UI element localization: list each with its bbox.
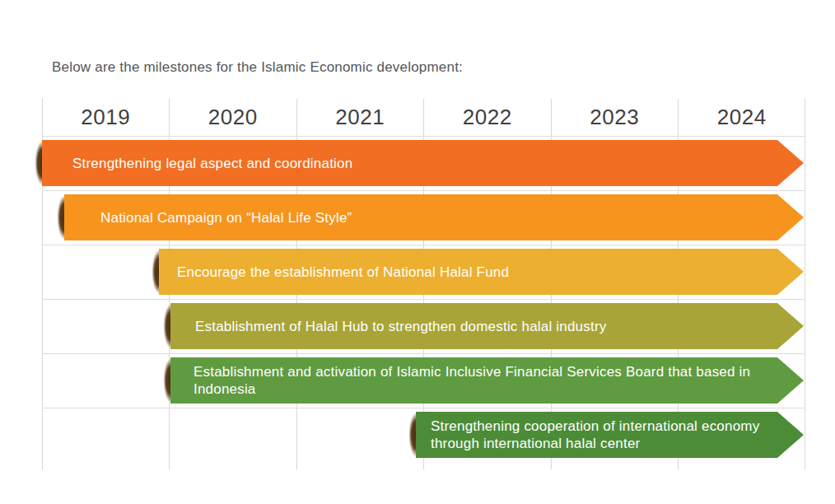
milestone-bar-5: Establishment and activation of Islamic … [170,357,804,404]
year-label-2022: 2022 [424,99,552,136]
milestone-row: Encourage the establishment of National … [42,245,805,299]
milestone-row: Strengthening legal aspect and coordinat… [42,136,805,190]
milestone-arrow: Establishment and activation of Islamic … [170,357,804,404]
milestone-label: Establishment of Halal Hub to strengthen… [170,318,606,335]
year-header-row: 2019 2020 2021 2022 2023 2024 [42,99,805,136]
milestone-label: National Campaign on “Halal Life Style” [64,209,352,226]
milestone-arrow: Strengthening legal aspect and coordinat… [42,140,804,186]
milestone-row: Strengthening cooperation of internation… [42,408,805,462]
milestone-bar-1: Strengthening legal aspect and coordinat… [42,140,804,186]
timeline-chart: 2019 2020 2021 2022 2023 2024 Strengthen… [42,99,805,471]
milestone-arrow: Establishment of Halal Hub to strengthen… [170,303,804,349]
milestone-label: Establishment and activation of Islamic … [170,363,762,398]
milestone-arrow: Encourage the establishment of National … [159,249,804,295]
milestone-label: Strengthening legal aspect and coordinat… [42,155,352,172]
milestone-bar-2: National Campaign on “Halal Life Style” [64,194,804,240]
milestone-rows: Strengthening legal aspect and coordinat… [42,136,805,462]
milestone-arrow: Strengthening cooperation of internation… [416,412,804,458]
milestone-row: Establishment and activation of Islamic … [42,353,805,408]
milestone-bar-4: Establishment of Halal Hub to strengthen… [170,303,804,349]
milestone-bar-3: Encourage the establishment of National … [159,249,804,295]
milestone-row: Establishment of Halal Hub to strengthen… [42,299,805,353]
infographic-canvas: Below are the milestones for the Islamic… [0,0,835,504]
year-label-2020: 2020 [170,99,297,136]
milestone-label: Encourage the establishment of National … [159,264,509,281]
milestone-row: National Campaign on “Halal Life Style” [42,190,805,245]
year-label-2023: 2023 [551,99,679,136]
year-label-2019: 2019 [42,99,170,136]
milestone-arrow: National Campaign on “Halal Life Style” [64,194,804,240]
milestone-label: Strengthening cooperation of internation… [416,418,767,452]
year-label-2024: 2024 [679,99,806,136]
year-label-2021: 2021 [296,99,424,136]
intro-text: Below are the milestones for the Islamic… [52,59,463,76]
milestone-bar-6: Strengthening cooperation of internation… [416,412,804,458]
